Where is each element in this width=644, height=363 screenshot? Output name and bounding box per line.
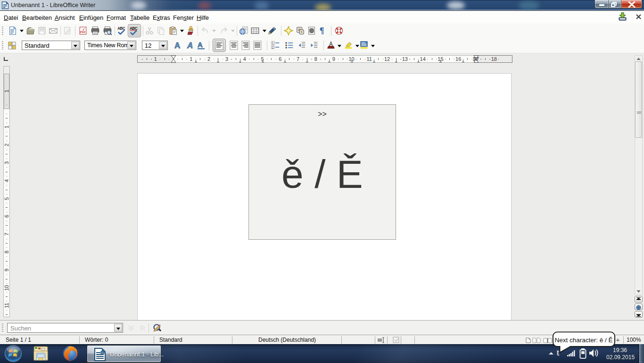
svg-text:¶: ¶ bbox=[320, 26, 324, 35]
svg-text:A: A bbox=[187, 41, 193, 50]
svg-text:Next character: ě / Ě: Next character: ě / Ě bbox=[554, 337, 612, 344]
svg-text:A: A bbox=[174, 41, 180, 50]
svg-text:1: 1 bbox=[272, 42, 274, 45]
svg-text:A: A bbox=[198, 41, 203, 49]
svg-text:2: 2 bbox=[272, 46, 274, 49]
svg-text:PDF: PDF bbox=[80, 31, 86, 34]
